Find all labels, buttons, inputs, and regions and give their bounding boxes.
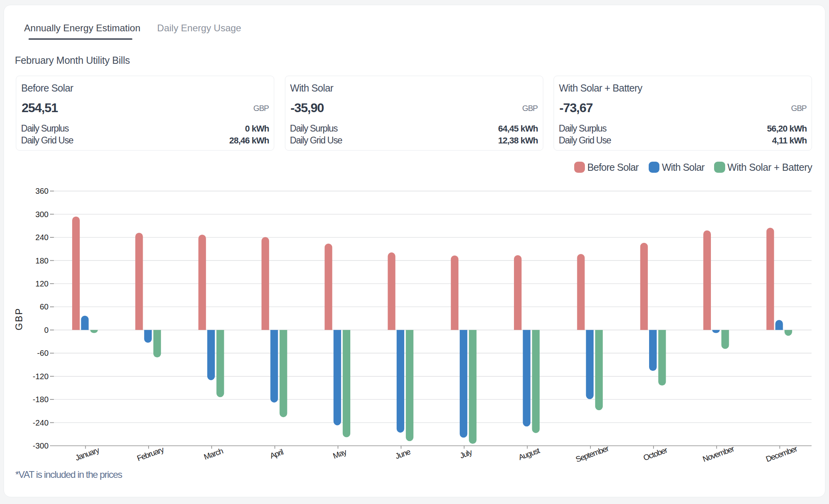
svg-text:September: September (575, 444, 610, 464)
svg-text:January: January (74, 445, 101, 462)
svg-text:360: 360 (35, 187, 48, 195)
svg-text:October: October (642, 445, 669, 462)
svg-text:August: August (517, 446, 541, 462)
svg-text:-240: -240 (32, 418, 48, 427)
svg-text:May: May (332, 447, 348, 460)
svg-text:July: July (458, 448, 473, 460)
svg-text:March: March (202, 447, 224, 462)
svg-text:240: 240 (35, 233, 48, 242)
svg-text:60: 60 (40, 302, 48, 311)
svg-text:GBP: GBP (13, 307, 24, 330)
svg-text:November: November (701, 444, 735, 464)
svg-text:December: December (764, 444, 798, 464)
svg-text:120: 120 (35, 279, 48, 288)
svg-text:-300: -300 (32, 441, 48, 450)
svg-text:180: 180 (35, 256, 48, 265)
svg-text:June: June (394, 447, 411, 460)
svg-text:-60: -60 (37, 349, 49, 357)
svg-text:300: 300 (35, 210, 48, 219)
svg-text:April: April (269, 447, 285, 460)
svg-text:February: February (136, 445, 165, 463)
svg-text:-120: -120 (32, 372, 48, 381)
svg-text:-180: -180 (32, 395, 48, 404)
svg-text:0: 0 (44, 326, 48, 334)
